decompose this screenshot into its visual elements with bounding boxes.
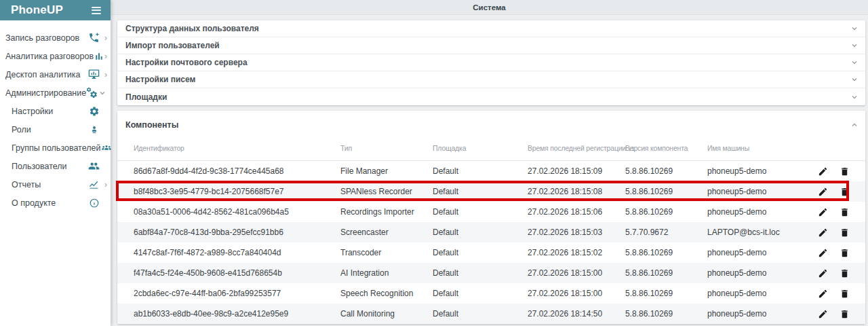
components-section-header[interactable]: Компоненты [117, 111, 865, 135]
row-actions [814, 166, 865, 177]
sidebar-item[interactable]: Настройки [0, 102, 111, 120]
cell-version: 5.8.86.10269 [625, 289, 707, 298]
chevron-down-icon [850, 58, 859, 67]
sidebar-menu: Запись разговоров›Аналитика разговоров›Д… [0, 20, 111, 212]
cell-last-registration: 27.02.2026 18:15:06 [528, 207, 625, 217]
cell-type: Speech Recognition [340, 289, 433, 298]
sidebar-item-label: Запись разговоров [5, 33, 87, 43]
trash-icon [840, 207, 850, 217]
cell-last-registration: 27.02.2026 18:14:50 [528, 309, 625, 319]
accordion-section[interactable]: Настройки почтового сервера [117, 54, 865, 71]
sidebar-item[interactable]: О продукте [0, 194, 111, 212]
cell-machine: phoneup5-demo [707, 248, 814, 257]
pencil-icon [818, 166, 828, 177]
row-actions [814, 206, 865, 217]
pencil-icon [818, 207, 828, 217]
users-icon [87, 160, 100, 173]
delete-button[interactable] [839, 206, 850, 217]
delete-button[interactable] [839, 166, 850, 177]
edit-button[interactable] [817, 206, 828, 217]
cell-identifier: 6abf84a7-70c8-413d-9bba-295efcc91bb6 [117, 228, 340, 237]
cell-type: Screencaster [340, 228, 433, 237]
sidebar-item[interactable]: Отчеты› [0, 175, 111, 194]
cell-type: SPANless Recorder [340, 187, 433, 196]
cell-site: Default [433, 289, 528, 298]
components-table: 86d67a8f-9dd4-4f2d-9c38-1774ce445a68File… [117, 161, 865, 324]
sidebar-item[interactable]: Роли [0, 120, 111, 139]
delete-button[interactable] [839, 186, 850, 197]
accordion-label: Структура данных пользователя [125, 24, 850, 33]
sidebar-item-label: Пользователи [12, 162, 87, 171]
pencil-icon [818, 228, 828, 238]
sidebar-item-label: Администрирование [5, 88, 86, 98]
delete-button[interactable] [839, 268, 850, 278]
trash-icon [840, 187, 850, 197]
cell-last-registration: 27.02.2026 18:15:00 [528, 289, 625, 298]
hamburger-menu-icon[interactable] [92, 7, 101, 14]
delete-button[interactable] [839, 247, 850, 258]
edit-button[interactable] [817, 308, 828, 319]
sidebar-item[interactable]: Десктоп аналитика› [0, 65, 111, 84]
column-header-identifier[interactable]: Идентификатор [117, 144, 340, 152]
row-actions [814, 268, 865, 278]
desktop-icon [87, 68, 100, 81]
pencil-icon [818, 248, 828, 258]
delete-button[interactable] [839, 227, 850, 238]
cell-site: Default [433, 228, 528, 237]
cell-site: Default [433, 187, 528, 196]
accordion-section[interactable]: Структура данных пользователя [117, 20, 865, 37]
table-row: ab1b6033-e8db-40ee-98c9-a2ce412e95e9Call… [117, 304, 865, 324]
sidebar-item[interactable]: Запись разговоров› [0, 29, 111, 47]
report-icon [87, 178, 100, 191]
cell-machine: phoneup5-demo [707, 289, 814, 298]
cell-last-registration: 27.02.2026 18:15:08 [528, 187, 625, 196]
accordion-section[interactable]: Настройки писем [117, 71, 865, 88]
trash-icon [840, 166, 850, 177]
cell-identifier: ab1b6033-e8db-40ee-98c9-a2ce412e95e9 [117, 309, 340, 319]
table-row: f47fa4c5-f24e-450b-9608-e415d768654bAI I… [117, 263, 865, 283]
pencil-icon [818, 187, 828, 197]
chevron-down-icon [850, 41, 859, 50]
edit-button[interactable] [817, 247, 828, 258]
chevron-right-icon: › [100, 181, 107, 189]
column-header-type[interactable]: Тип [340, 144, 433, 152]
column-header-version[interactable]: Версия компонента [625, 144, 707, 152]
table-row: 6abf84a7-70c8-413d-9bba-295efcc91bb6Scre… [117, 222, 865, 242]
components-panel: Компоненты Идентификатор Тип Площадка Вр… [117, 111, 865, 324]
edit-button[interactable] [817, 227, 828, 238]
chevron-right-icon: › [100, 34, 107, 42]
edit-button[interactable] [817, 186, 828, 197]
edit-button[interactable] [817, 166, 828, 177]
table-row: 2cbda6ec-c97e-44ff-ba06-2bfa99253577Spee… [117, 283, 865, 304]
accordion-section[interactable]: Импорт пользователей [117, 37, 865, 54]
sidebar-item-label: Аналитика разговоров [5, 52, 94, 61]
cell-version: 5.8.86.10269 [625, 268, 707, 278]
accordion-label: Импорт пользователей [125, 41, 850, 50]
accordion-section[interactable]: Площадки [117, 88, 865, 105]
row-actions [814, 247, 865, 258]
sidebar-item[interactable]: Группы пользователей [0, 139, 111, 157]
cell-site: Default [433, 248, 528, 257]
delete-button[interactable] [839, 288, 850, 299]
sidebar-item[interactable]: Аналитика разговоров› [0, 47, 111, 65]
role-icon [87, 123, 100, 136]
chevron-right-icon: › [104, 52, 107, 60]
sidebar-item[interactable]: Администрирование [0, 84, 111, 102]
delete-button[interactable] [839, 308, 850, 319]
edit-button[interactable] [817, 288, 828, 299]
cell-last-registration: 27.02.2026 18:15:03 [528, 228, 625, 237]
groups-icon [100, 141, 113, 154]
cell-version: 5.8.86.10269 [625, 207, 707, 217]
pencil-icon [818, 268, 828, 278]
cell-last-registration: 27.02.2026 18:15:02 [528, 248, 625, 257]
edit-button[interactable] [817, 268, 828, 278]
row-actions [814, 186, 865, 197]
cell-identifier: 08a30a51-0006-4d42-8562-481ca096b4a5 [117, 207, 340, 217]
column-header-last-registration[interactable]: Время последней регистрации↓1 [528, 144, 625, 152]
column-header-site[interactable]: Площадка [433, 144, 528, 152]
sidebar-item[interactable]: Пользователи [0, 157, 111, 175]
column-header-machine[interactable]: Имя машины [707, 144, 814, 152]
gear-icon [87, 105, 100, 117]
chevron-down-icon [850, 93, 859, 101]
accordion-label: Настройки писем [125, 75, 850, 84]
